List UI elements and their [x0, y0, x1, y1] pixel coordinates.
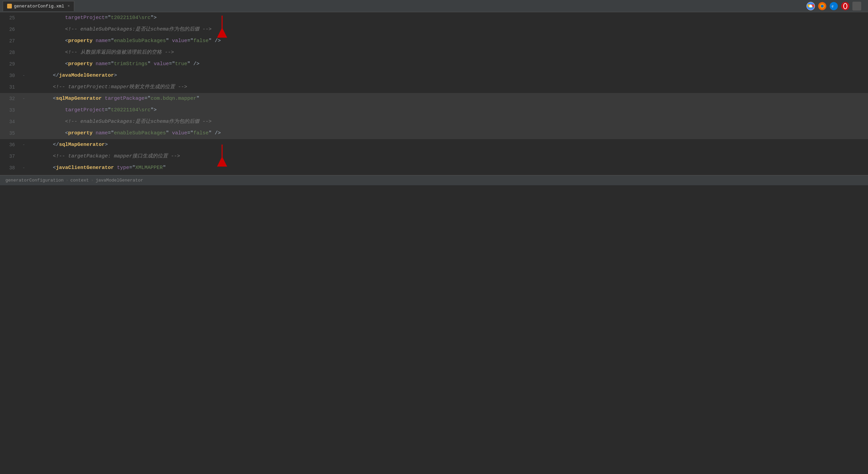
- generatorconfig-tab[interactable]: generatorConfig.xml ×: [3, 1, 74, 11]
- code-line-34: 34 <!-- enableSubPackages:是否让schema作为包的后…: [0, 116, 868, 128]
- line-fold-26: [20, 24, 27, 35]
- tab-close-button[interactable]: ×: [67, 4, 70, 8]
- line-fold-38[interactable]: -: [20, 162, 27, 174]
- line-content-36: </sqlMapGenerator>: [27, 139, 868, 151]
- line-fold-27: [20, 35, 27, 47]
- line-content-38: <javaClientGenerator type="XMLMAPPER": [27, 162, 868, 174]
- line-fold-28: [20, 47, 27, 58]
- line-fold-37: [20, 151, 27, 162]
- code-line-26: 26 <!-- enableSubPackages:是否让schema作为包的后…: [0, 24, 868, 35]
- xml-file-icon: [7, 4, 12, 8]
- line-fold-29: [20, 58, 27, 70]
- breadcrumb-context: context: [70, 178, 89, 183]
- line-content-29: <property name="trimStrings" value="true…: [27, 58, 868, 70]
- line-number-32: 32: [0, 93, 20, 105]
- line-content-33: targetProject="t20221104\src">: [27, 105, 868, 116]
- line-content-25: targetProject="t20221104\src">: [27, 12, 868, 24]
- line-fold-30[interactable]: -: [20, 70, 27, 81]
- code-lines: 25 targetProject="t20221104\src">26 <!--…: [0, 12, 868, 185]
- line-content-31: <!-- targetProject:mapper映射文件生成的位置 -->: [27, 81, 868, 93]
- code-line-30: 30- </javaModelGenerator>: [0, 70, 868, 81]
- line-content-37: <!-- targetPackage: mapper接口生成的位置 -->: [27, 151, 868, 162]
- code-line-37: 37 <!-- targetPackage: mapper接口生成的位置 -->: [0, 151, 868, 162]
- svg-point-5: [821, 5, 824, 7]
- code-line-33: 33 targetProject="t20221104\src">: [0, 105, 868, 116]
- breadcrumb-sep-2: ›: [91, 178, 94, 183]
- line-fold-31: [20, 81, 27, 93]
- line-number-31: 31: [0, 81, 20, 93]
- code-line-36: 36- </sqlMapGenerator>: [0, 139, 868, 151]
- line-content-27: <property name="enableSubPackages" value…: [27, 35, 868, 47]
- chrome-icon[interactable]: [806, 2, 815, 11]
- code-line-25: 25 targetProject="t20221104\src">: [0, 12, 868, 24]
- tab-bar: generatorConfig.xml × e: [0, 0, 868, 12]
- line-content-35: <property name="enableSubPackages" value…: [27, 128, 868, 139]
- line-content-32: <sqlMapGenerator targetPackage="com.bdqn…: [27, 93, 868, 105]
- line-content-34: <!-- enableSubPackages:是否让schema作为包的后缀 -…: [27, 116, 868, 128]
- line-fold-36[interactable]: -: [20, 139, 27, 151]
- edge-icon[interactable]: e: [829, 2, 838, 11]
- line-content-30: </javaModelGenerator>: [27, 70, 868, 81]
- code-line-32: 32- <sqlMapGenerator targetPackage="com.…: [0, 93, 868, 105]
- code-line-35: 35 <property name="enableSubPackages" va…: [0, 128, 868, 139]
- line-fold-35: [20, 128, 27, 139]
- line-number-34: 34: [0, 116, 20, 128]
- line-content-28: <!-- 从数据库返回的值被清理前后的空格 -->: [27, 47, 868, 58]
- code-line-27: 27 <property name="enableSubPackages" va…: [0, 35, 868, 47]
- line-number-36: 36: [0, 139, 20, 151]
- code-line-28: 28 <!-- 从数据库返回的值被清理前后的空格 -->: [0, 47, 868, 58]
- code-line-29: 29 <property name="trimStrings" value="t…: [0, 58, 868, 70]
- line-fold-34: [20, 116, 27, 128]
- breadcrumb-leaf: javaModelGenerator: [96, 178, 143, 183]
- line-number-29: 29: [0, 58, 20, 70]
- code-line-38: 38- <javaClientGenerator type="XMLMAPPER…: [0, 162, 868, 174]
- opera-icon[interactable]: [841, 2, 850, 11]
- line-content-26: <!-- enableSubPackages:是否让schema作为包的后缀 -…: [27, 24, 868, 35]
- line-number-37: 37: [0, 151, 20, 162]
- line-fold-32[interactable]: -: [20, 93, 27, 105]
- browser-icons-group: e: [806, 2, 861, 11]
- line-number-26: 26: [0, 24, 20, 35]
- code-line-31: 31 <!-- targetProject:mapper映射文件生成的位置 --…: [0, 81, 868, 93]
- svg-point-6: [830, 2, 838, 10]
- status-bar: generatorConfiguration › context › javaM…: [0, 175, 868, 185]
- line-fold-25: [20, 12, 27, 24]
- breadcrumb-sep-1: ›: [66, 178, 68, 183]
- svg-text:e: e: [832, 4, 833, 8]
- line-number-25: 25: [0, 12, 20, 24]
- line-number-28: 28: [0, 47, 20, 58]
- line-number-33: 33: [0, 105, 20, 116]
- line-number-38: 38: [0, 162, 20, 174]
- line-fold-33: [20, 105, 27, 116]
- svg-point-2: [809, 5, 812, 7]
- more-icon[interactable]: [852, 2, 861, 11]
- breadcrumb-root: generatorConfiguration: [5, 178, 64, 183]
- firefox-icon[interactable]: [818, 2, 827, 11]
- line-number-27: 27: [0, 35, 20, 47]
- tab-label: generatorConfig.xml: [14, 4, 64, 9]
- code-editor: 25 targetProject="t20221104\src">26 <!--…: [0, 12, 868, 185]
- line-number-35: 35: [0, 128, 20, 139]
- line-number-30: 30: [0, 70, 20, 81]
